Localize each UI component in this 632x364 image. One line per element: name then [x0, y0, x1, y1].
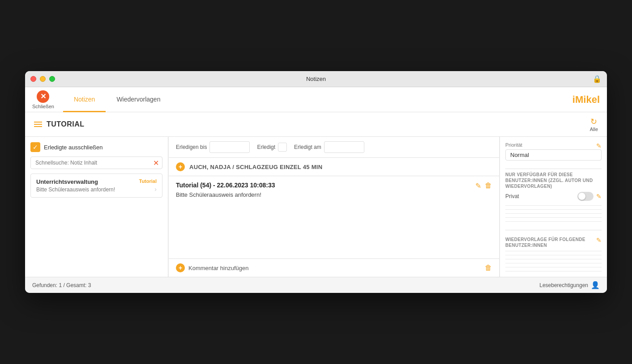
window-title: Notizen — [306, 76, 326, 82]
search-row: ✕ — [30, 157, 162, 169]
erledigt-field: Erledigt — [257, 143, 287, 152]
erledigen-bis-label: Erledigen bis — [176, 144, 207, 150]
privat-toggle[interactable] — [577, 192, 594, 201]
close-x-icon: ✕ — [37, 90, 49, 103]
close-button[interactable]: ✕ Schließen — [32, 90, 54, 109]
privat-row: Privat ✎ — [505, 192, 602, 201]
empty-lines-2 — [505, 251, 602, 271]
empty-line — [505, 205, 602, 206]
delete-comment-icon[interactable]: 🗑 — [485, 264, 492, 272]
filter-row: ✓ Erledigte ausschließen — [30, 142, 162, 152]
alle-label: Alle — [590, 127, 598, 132]
empty-line — [505, 263, 602, 263]
note-body-text: Bitte Schüleraausweis anfordern! — [176, 191, 275, 198]
priority-edit-icon[interactable]: ✎ — [596, 142, 602, 149]
empty-lines-1 — [505, 205, 602, 222]
note-item-content: Unterrichtsverwaltung Bitte Schüleraausw… — [36, 178, 139, 193]
tab-wiedervorlagen[interactable]: Wiedervorlagen — [106, 88, 171, 112]
leseberechtigung-button[interactable]: Leseberechtigungen 👤 — [539, 281, 600, 289]
erledigen-bis-input[interactable] — [209, 141, 250, 153]
right-panel: Priorität ✎ Normal NUR VERFÜGBAR FÜR DIE… — [500, 137, 607, 277]
erledigt-checkbox-input[interactable] — [278, 143, 287, 152]
close-traffic-light[interactable] — [30, 76, 36, 82]
toggle-knob — [578, 193, 585, 200]
nur-verfugbar-section: NUR VERFÜGBAR FÜR DIESE BENUTZER:INNEN (… — [505, 172, 602, 222]
erledigen-bis-field: Erledigen bis — [176, 141, 250, 153]
hamburger-icon — [34, 122, 42, 127]
empty-line — [505, 209, 602, 210]
delete-note-icon[interactable]: 🗑 — [485, 182, 492, 190]
empty-line — [505, 255, 602, 255]
nur-verfugbar-label: NUR VERFÜGBAR FÜR DIESE BENUTZER:INNEN (… — [505, 172, 602, 189]
left-panel: ✓ Erledigte ausschließen ✕ Unterrichtsve… — [25, 137, 168, 277]
note-item-meta: Tutorial › — [139, 178, 157, 193]
priority-field: Priorität ✎ Normal — [505, 142, 602, 161]
empty-line — [505, 259, 602, 259]
search-clear-icon[interactable]: ✕ — [153, 159, 159, 167]
wiedervorlage-edit-icon[interactable]: ✎ — [596, 237, 602, 244]
app-logo: iMikel — [572, 94, 600, 106]
person-icon: 👤 — [591, 281, 600, 289]
note-title: Tutorial (54) - 22.06.2023 10:08:33 — [176, 182, 275, 189]
nav-tabs: Notizen Wiedervorlagen — [63, 87, 171, 112]
empty-line — [505, 213, 602, 214]
list-item[interactable]: Unterrichtsverwaltung Bitte Schüleraausw… — [30, 174, 162, 198]
traffic-lights — [30, 76, 55, 82]
add-comment-button[interactable]: + Kommentar hinzufügen — [176, 263, 248, 272]
erledigt-am-input[interactable] — [324, 141, 364, 153]
erledigt-checkbox[interactable]: ✓ — [30, 142, 40, 152]
tab-notizen[interactable]: Notizen — [63, 88, 106, 112]
maximize-traffic-light[interactable] — [49, 76, 55, 82]
search-input[interactable] — [30, 157, 162, 169]
leseberechtigung-label: Leseberechtigungen — [539, 282, 588, 288]
erledigt-label: Erledigt — [257, 144, 275, 150]
priority-value: Normal — [505, 149, 602, 161]
empty-line — [505, 267, 602, 267]
section-title-row: TUTORIAL — [34, 120, 85, 128]
main-window: Notizen 🔒 ✕ Schließen Notizen Wiedervorl… — [25, 71, 607, 293]
priority-label: Priorität — [505, 142, 522, 148]
note-body-actions: ✎ 🗑 — [475, 182, 492, 190]
center-toolbar: Erledigen bis Erledigt Erledigt am — [169, 137, 499, 158]
erledigt-am-label: Erledigt am — [294, 144, 321, 150]
privat-controls: ✎ — [577, 192, 602, 201]
empty-line — [505, 221, 602, 222]
add-comment-plus-icon: + — [176, 263, 185, 272]
center-footer: + Kommentar hinzufügen 🗑 — [169, 258, 499, 277]
note-item-tag: Tutorial — [139, 178, 157, 184]
lock-icon: 🔒 — [593, 75, 602, 83]
privat-edit-icon[interactable]: ✎ — [596, 193, 602, 200]
note-item-title: Unterrichtsverwaltung — [36, 178, 139, 185]
empty-line — [505, 217, 602, 218]
note-context-text: AUCH, NADJA / SCHLAGZEUG EINZEL 45 MIN — [189, 164, 322, 170]
edit-note-icon[interactable]: ✎ — [475, 182, 481, 190]
minimize-traffic-light[interactable] — [40, 76, 46, 82]
erledigt-am-field: Erledigt am — [294, 141, 364, 153]
section-header: TUTORIAL ↻ Alle — [25, 112, 607, 137]
titlebar: Notizen 🔒 — [25, 71, 607, 87]
empty-line — [505, 251, 602, 251]
divider-2 — [505, 230, 602, 230]
note-body: Tutorial (54) - 22.06.2023 10:08:33 Bitt… — [169, 176, 499, 258]
note-plus-icon[interactable]: + — [176, 162, 185, 171]
section-title-text: TUTORIAL — [47, 120, 85, 128]
note-list: Unterrichtsverwaltung Bitte Schüleraausw… — [30, 174, 162, 271]
status-bar: Gefunden: 1 / Gesamt: 3 Leseberechtigung… — [25, 277, 607, 293]
main-content: ✓ Erledigte ausschließen ✕ Unterrichtsve… — [25, 137, 607, 277]
note-item-arrow-icon: › — [154, 186, 157, 193]
priority-row: Priorität ✎ — [505, 142, 602, 149]
alle-button[interactable]: ↻ Alle — [590, 117, 598, 132]
note-item-text: Bitte Schüleraausweis anfordern! — [36, 186, 139, 193]
privat-label: Privat — [505, 193, 519, 199]
note-context-bar: + AUCH, NADJA / SCHLAGZEUG EINZEL 45 MIN — [169, 158, 499, 176]
wiedervorlage-label: WIEDERVORLAGE FÜR FOLGENDE BENUTZER:INNE… — [505, 237, 596, 248]
refresh-icon: ↻ — [590, 117, 597, 127]
wiedervorlage-section: WIEDERVORLAGE FÜR FOLGENDE BENUTZER:INNE… — [505, 237, 602, 271]
found-count: Gefunden: 1 / Gesamt: 3 — [32, 282, 91, 288]
empty-line — [505, 271, 602, 271]
filter-label: Erledigte ausschließen — [44, 144, 103, 151]
divider-1 — [505, 169, 602, 169]
close-label: Schließen — [32, 104, 54, 109]
center-panel: Erledigen bis Erledigt Erledigt am + AUC… — [169, 137, 499, 277]
header: ✕ Schließen Notizen Wiedervorlagen iMike… — [25, 87, 607, 112]
